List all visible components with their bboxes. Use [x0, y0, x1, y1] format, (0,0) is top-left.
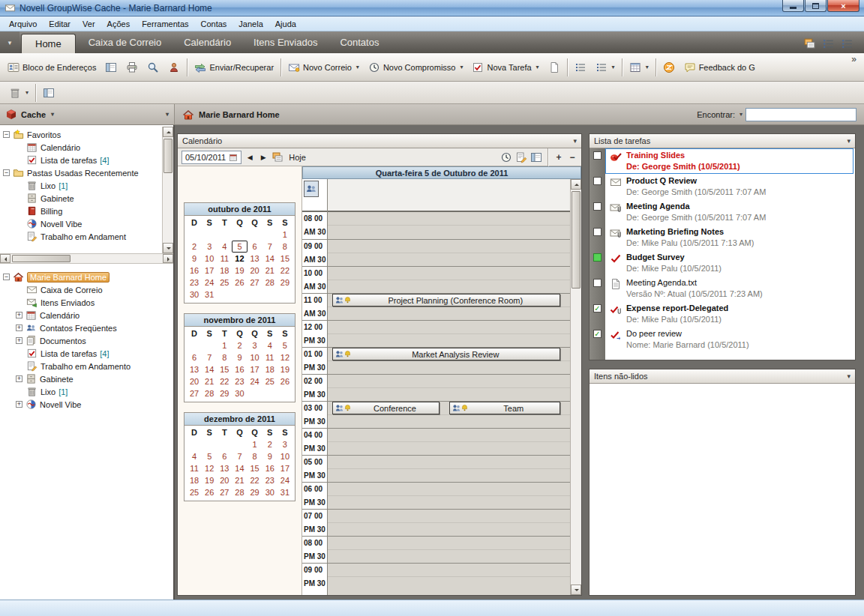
date-picker-icon[interactable]: [229, 153, 238, 162]
zoom-in-button[interactable]: +: [554, 152, 564, 163]
hour-slot[interactable]: [328, 374, 570, 401]
task-checkbox[interactable]: ✓: [593, 330, 602, 338]
alarm-icon[interactable]: [500, 151, 512, 163]
find-input[interactable]: [746, 108, 856, 121]
chevron-down-icon[interactable]: ▾: [26, 89, 28, 96]
date-field[interactable]: 05/10/2011: [182, 151, 242, 164]
day-cell[interactable]: 17: [278, 462, 292, 474]
task-item-product-q-review[interactable]: Product Q ReviewDe: George Smith (10/5/2…: [590, 174, 855, 199]
day-cell[interactable]: 19: [278, 363, 292, 375]
folder-itens-enviados[interactable]: Itens Enviados: [0, 296, 173, 309]
day-cell[interactable]: 3: [248, 339, 262, 351]
day-cell[interactable]: 6: [217, 450, 232, 462]
scroll-down-arrow[interactable]: [163, 243, 173, 253]
day-cell[interactable]: 6: [248, 241, 262, 253]
task-checkbox[interactable]: ✓: [593, 304, 602, 312]
appointment-market-analysis-review[interactable]: Market Analysis Review: [332, 348, 560, 360]
day-cell[interactable]: 7: [202, 351, 217, 363]
expander-plus-icon[interactable]: +: [16, 337, 22, 344]
day-cell[interactable]: 21: [262, 265, 278, 277]
day-view-scrollbar[interactable]: [570, 179, 581, 595]
goto-today-icon[interactable]: [272, 151, 284, 163]
chevron-down-icon[interactable]: ▾: [573, 137, 577, 145]
day-cell[interactable]: 2: [262, 438, 278, 450]
hour-slot[interactable]: [328, 455, 570, 482]
day-cell[interactable]: 12: [202, 462, 217, 474]
scroll-up-arrow[interactable]: [571, 179, 581, 190]
day-cell[interactable]: 18: [217, 265, 232, 277]
day-cell[interactable]: 31: [278, 486, 292, 498]
day-cell[interactable]: 7: [232, 450, 247, 462]
scroll-left-arrow[interactable]: [0, 254, 10, 263]
detail-layout-button[interactable]: ▾: [591, 57, 620, 78]
folder-documentos[interactable]: +Documentos: [0, 334, 173, 347]
chevron-down-icon[interactable]: ▾: [51, 111, 54, 118]
scroll-right-arrow[interactable]: [163, 254, 173, 263]
day-cell[interactable]: 9: [232, 351, 247, 363]
layout-icon[interactable]: [530, 151, 542, 163]
today-button[interactable]: Hoje: [289, 153, 306, 162]
menu-item-contas[interactable]: Contas: [195, 18, 233, 30]
task-item-marketing-briefing-notes[interactable]: Marketing Briefing NotesDe: Mike Palu (1…: [590, 225, 855, 250]
day-cell[interactable]: 14: [262, 253, 278, 265]
menu-item-acoes[interactable]: Ações: [101, 18, 136, 30]
chevron-down-icon[interactable]: ▾: [460, 64, 463, 70]
feedback-button[interactable]: Feedback do G: [680, 57, 760, 78]
favorite-billing[interactable]: Billing: [0, 205, 162, 217]
chevron-down-icon[interactable]: ▾: [612, 64, 615, 70]
day-cell[interactable]: 9: [187, 253, 202, 265]
day-cell[interactable]: 10: [202, 253, 217, 265]
day-cell[interactable]: 23: [262, 474, 278, 486]
day-cell[interactable]: 13: [217, 462, 232, 474]
day-cell[interactable]: 4: [187, 450, 202, 462]
day-cell[interactable]: 29: [278, 277, 292, 289]
day-cell[interactable]: 5: [232, 241, 247, 253]
day-cell[interactable]: 4: [217, 241, 232, 253]
minimize-button[interactable]: [782, 0, 804, 12]
favorite-pastas-usadas-recentemente[interactable]: −Pastas Usadas Recentemente: [0, 166, 162, 179]
favorite-favoritos[interactable]: −Favoritos: [0, 128, 162, 141]
unread-items-header[interactable]: Itens não-lidos ▾: [590, 369, 855, 384]
day-cell[interactable]: 27: [217, 486, 232, 498]
day-cell[interactable]: 24: [248, 375, 262, 387]
day-cell[interactable]: 31: [202, 289, 217, 301]
task-list-header[interactable]: Lista de tarefas ▾: [590, 134, 855, 148]
day-cell[interactable]: 1: [248, 438, 262, 450]
appointment-team[interactable]: Team: [449, 402, 561, 414]
day-cell[interactable]: 29: [248, 486, 262, 498]
day-cell[interactable]: 30: [262, 486, 278, 498]
day-cell[interactable]: 19: [232, 265, 247, 277]
day-cell[interactable]: 18: [187, 474, 202, 486]
hour-slot[interactable]: [328, 212, 570, 239]
chevron-down-icon[interactable]: ▾: [646, 64, 649, 70]
day-cell[interactable]: 20: [187, 375, 202, 387]
favorite-gabinete[interactable]: Gabinete: [0, 192, 162, 205]
new-document-button[interactable]: [544, 57, 565, 78]
day-cell[interactable]: 22: [217, 375, 232, 387]
menu-item-ferramentas[interactable]: Ferramentas: [136, 18, 194, 30]
day-cell[interactable]: 16: [232, 363, 247, 375]
menu-item-editar[interactable]: Editar: [43, 18, 76, 30]
task-item-meeting-agenda[interactable]: Meeting AgendaDe: George Smith (10/5/201…: [590, 199, 855, 225]
day-cell[interactable]: 19: [202, 474, 217, 486]
new-task-button[interactable]: Nova Tarefa ▾: [467, 57, 543, 78]
favorites-horizontal-scrollbar[interactable]: [0, 253, 173, 264]
print-button[interactable]: [122, 57, 142, 78]
hour-slot[interactable]: [328, 536, 570, 563]
scroll-thumb[interactable]: [164, 139, 172, 173]
day-cell[interactable]: 6: [187, 351, 202, 363]
day-cell[interactable]: 15: [278, 253, 292, 265]
calendar-panel-header[interactable]: Calendário ▾: [178, 134, 581, 148]
day-cell[interactable]: 11: [217, 253, 232, 265]
tab-itens-enviados[interactable]: Itens Enviados: [242, 31, 328, 53]
task-checkbox[interactable]: [593, 279, 602, 287]
chevron-down-icon[interactable]: ▾: [356, 64, 359, 70]
expander-plus-icon[interactable]: +: [16, 324, 22, 331]
day-cell[interactable]: 25: [217, 277, 232, 289]
trash-button[interactable]: ▾: [4, 82, 33, 103]
day-cell[interactable]: 25: [262, 375, 278, 387]
day-cell[interactable]: 27: [187, 387, 202, 399]
day-cell[interactable]: 17: [248, 363, 262, 375]
detail-view-icon[interactable]: [841, 37, 854, 50]
contact-button[interactable]: [164, 57, 184, 78]
